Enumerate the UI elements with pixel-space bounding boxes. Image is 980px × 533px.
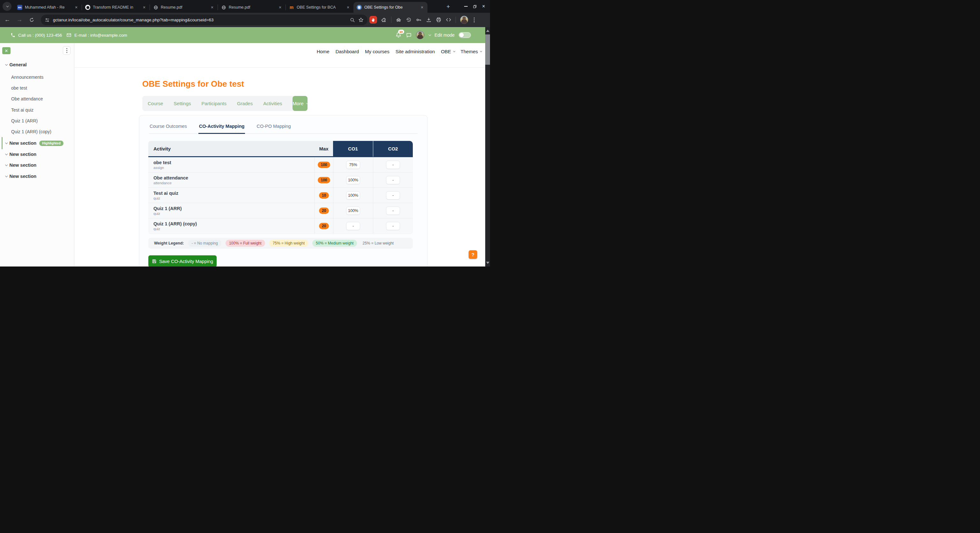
tab-search-button[interactable] <box>3 2 11 11</box>
sidebar-item-new-section[interactable]: New section <box>0 151 74 158</box>
subtab-co-po-mapping[interactable]: CO-PO Mapping <box>256 121 291 133</box>
scroll-up-arrow[interactable] <box>486 30 489 32</box>
max-cell: 100 <box>315 157 333 173</box>
history-icon[interactable] <box>406 17 412 23</box>
print-icon[interactable] <box>436 17 442 23</box>
nav-site-administration[interactable]: Site administration <box>396 49 435 54</box>
tab-grades[interactable]: Grades <box>237 101 253 106</box>
site-info-icon[interactable] <box>45 17 50 23</box>
passwords-key-icon[interactable] <box>416 17 422 23</box>
browser-menu-icon[interactable] <box>473 16 476 24</box>
co1-input[interactable] <box>346 176 360 184</box>
nav-obe-dropdown[interactable]: OBE <box>441 49 455 54</box>
max-cell: 10 <box>315 188 333 203</box>
browser-tab[interactable]: Resume.pdf × <box>150 2 218 13</box>
co1-input[interactable] <box>346 191 360 200</box>
scrollbar-thumb[interactable] <box>485 35 490 65</box>
bookmark-star-icon[interactable] <box>358 17 364 23</box>
tab-settings[interactable]: Settings <box>173 101 191 106</box>
chevron-down-icon <box>453 50 455 52</box>
co1-input[interactable] <box>346 206 360 215</box>
co2-input[interactable] <box>386 222 400 230</box>
browser-tab[interactable]: Resume.pdf × <box>218 2 285 13</box>
tab-close-icon[interactable]: × <box>345 5 351 10</box>
tab-course[interactable]: Course <box>148 101 163 106</box>
weight-legend: Weight Legend: - = No mapping 100% = Ful… <box>148 238 413 249</box>
co2-input[interactable] <box>386 206 400 215</box>
extensions-puzzle-icon[interactable] <box>381 17 387 23</box>
co2-input[interactable] <box>386 176 400 184</box>
user-menu-chevron-icon[interactable] <box>428 33 431 36</box>
edit-mode-toggle[interactable] <box>459 32 471 38</box>
sidebar-item-announcements[interactable]: Announcements <box>0 73 74 81</box>
browser-tab[interactable]: Transform README in × <box>82 2 150 13</box>
co2-input[interactable] <box>386 161 400 169</box>
tab-title: Resume.pdf <box>161 5 207 10</box>
new-tab-button[interactable]: + <box>444 3 452 11</box>
close-drawer-button[interactable]: ✕ <box>2 47 11 54</box>
save-co-activity-mapping-button[interactable]: Save CO-Activity Mapping <box>148 255 216 266</box>
course-index-drawer: ✕ General Announcements obe test Obe att… <box>0 43 74 266</box>
url-text[interactable]: gctanur.in/local/obe_autocalculator/cour… <box>53 17 347 22</box>
code-icon[interactable] <box>445 17 452 23</box>
messages-chat-icon[interactable] <box>406 32 412 38</box>
sidebar-item-test-ai-quiz[interactable]: Test ai quiz <box>0 106 74 114</box>
nav-dashboard[interactable]: Dashboard <box>336 49 359 54</box>
highlighted-badge: Highlighted <box>39 141 64 146</box>
browser-tab[interactable]: m OBE Settings for BCA × <box>286 2 353 13</box>
sidebar-item-new-section[interactable]: New section <box>0 161 74 169</box>
sidebar-item-quiz-1-arr[interactable]: Quiz 1 (ARR) <box>0 117 74 125</box>
sidebar-item-new-section[interactable]: New section <box>0 173 74 180</box>
email-label: E-mail : info@example.com <box>74 33 127 38</box>
co2-input[interactable] <box>386 191 400 200</box>
tab-more-dropdown[interactable]: More <box>293 96 307 111</box>
close-window-button[interactable]: × <box>479 2 488 11</box>
subtab-co-activity-mapping[interactable]: CO-Activity Mapping <box>199 121 245 134</box>
forward-button[interactable]: → <box>15 15 24 25</box>
nav-themes-dropdown[interactable]: Themes <box>461 49 481 54</box>
sidebar-item-obe-attendance[interactable]: Obe attendance <box>0 95 74 103</box>
tab-close-icon[interactable]: × <box>419 5 425 10</box>
zoom-icon[interactable] <box>350 17 355 23</box>
tab-close-icon[interactable]: × <box>277 5 283 10</box>
tab-close-icon[interactable]: × <box>73 5 79 10</box>
max-badge: 20 <box>319 208 329 214</box>
help-button[interactable]: ? <box>469 250 477 259</box>
tab-close-icon[interactable]: × <box>141 5 147 10</box>
scroll-down-arrow[interactable] <box>486 262 489 264</box>
sidebar-item-new-section-highlighted[interactable]: New section Highlighted <box>0 139 74 147</box>
profile-avatar[interactable] <box>460 16 468 24</box>
restore-button[interactable] <box>470 2 479 11</box>
table-header-row: Activity Max CO1 CO2 <box>148 141 413 157</box>
chevron-down-icon <box>5 175 8 177</box>
sidebar-item-obe-test[interactable]: obe test <box>0 84 74 92</box>
reload-button[interactable] <box>27 15 37 25</box>
minimize-button[interactable] <box>461 2 470 11</box>
legend-medium-weight: 50% = Medium weight <box>312 240 357 247</box>
incognito-icon[interactable] <box>396 17 402 23</box>
tab-close-icon[interactable]: × <box>209 5 215 10</box>
page-scrollbar[interactable] <box>485 27 490 266</box>
notifications-bell-icon[interactable]: 10 <box>395 32 402 38</box>
sidebar-item-quiz-1-arr-copy[interactable]: Quiz 1 (ARR) (copy) <box>0 128 74 135</box>
tab-activities[interactable]: Activities <box>263 101 282 106</box>
adblock-extension-icon[interactable] <box>369 16 377 24</box>
co1-input[interactable] <box>346 161 360 169</box>
address-bar[interactable]: gctanur.in/local/obe_autocalculator/cour… <box>41 15 368 25</box>
browser-tab-active[interactable]: OBE Settings for Obe × <box>353 2 428 13</box>
activity-type: quiz <box>153 197 160 200</box>
downloads-icon[interactable] <box>426 17 432 23</box>
co1-input[interactable] <box>346 222 360 230</box>
sidebar-item-general[interactable]: General <box>0 61 74 68</box>
subtab-course-outcomes[interactable]: Course Outcomes <box>149 121 188 133</box>
browser-tab[interactable]: MA Muhammed Aflah - Re × <box>14 2 82 13</box>
user-avatar[interactable] <box>416 31 424 39</box>
activity-name: Test ai quiz <box>153 190 178 196</box>
nav-my-courses[interactable]: My courses <box>365 49 390 54</box>
back-button[interactable]: ← <box>3 15 12 25</box>
nav-home[interactable]: Home <box>317 49 329 54</box>
toolbar-divider <box>455 17 456 23</box>
max-badge: 20 <box>319 223 329 229</box>
drawer-menu-icon[interactable] <box>63 46 70 55</box>
tab-participants[interactable]: Participants <box>202 101 226 106</box>
